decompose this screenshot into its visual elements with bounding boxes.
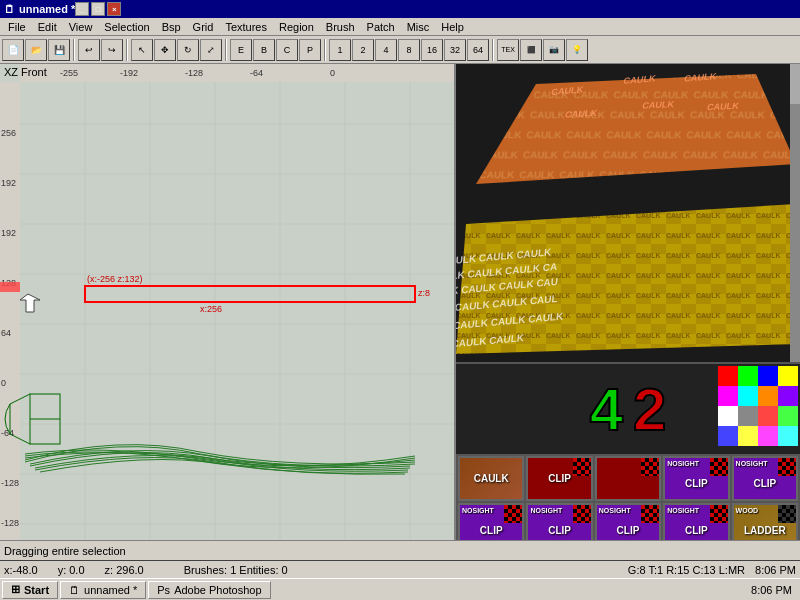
toolbar-save[interactable]: 💾 (48, 39, 70, 61)
toolbar-grid3[interactable]: 4 (375, 39, 397, 61)
svg-text:-192: -192 (120, 68, 138, 78)
toolbar-patch[interactable]: P (299, 39, 321, 61)
taskbar-app-radiant[interactable]: 🗒 unnamed * (60, 581, 146, 599)
nosight-label-3: NOSIGHT (462, 507, 494, 514)
menu-misc[interactable]: Misc (401, 20, 436, 34)
svg-rect-31 (0, 282, 20, 292)
ladder-label: LADDER (744, 525, 786, 536)
grid-info: G:8 T:1 R:15 C:13 L:MR (628, 564, 745, 576)
toolbar-light[interactable]: 💡 (566, 39, 588, 61)
toolbar-move[interactable]: ✥ (154, 39, 176, 61)
coord-y: y: 0.0 (58, 564, 85, 576)
menu-grid[interactable]: Grid (187, 20, 220, 34)
maximize-button[interactable]: □ (91, 2, 105, 16)
start-button[interactable]: ⊞ Start (2, 581, 58, 599)
photoshop-label: Adobe Photoshop (174, 584, 261, 596)
nosight-label-2: NOSIGHT (736, 460, 768, 467)
titlebar-controls: _ □ × (75, 2, 121, 16)
svg-rect-32 (85, 286, 415, 302)
menu-brush[interactable]: Brush (320, 20, 361, 34)
toolbar-scale[interactable]: ⤢ (200, 39, 222, 61)
svg-text:192: 192 (1, 178, 16, 188)
svg-rect-1 (0, 82, 20, 540)
clip-checker-1 (573, 458, 591, 476)
svg-text:CAULK: CAULK (641, 99, 675, 110)
toolbar-clip[interactable]: C (276, 39, 298, 61)
nosight-checker-3 (504, 505, 522, 523)
svg-text:0: 0 (1, 378, 6, 388)
nosight-clip-label-2: CLIP (753, 478, 776, 489)
toolbar-redo[interactable]: ↪ (101, 39, 123, 61)
svg-text:-128: -128 (1, 478, 19, 488)
toolbar-sep3 (225, 39, 227, 61)
texture-clip-2[interactable] (595, 456, 661, 501)
texture-number-4: 4 (590, 375, 623, 444)
taskbar-app-photoshop[interactable]: Ps Adobe Photoshop (148, 581, 270, 599)
menu-patch[interactable]: Patch (361, 20, 401, 34)
minimize-button[interactable]: _ (75, 2, 89, 16)
nosight-clip-label-3: CLIP (480, 525, 503, 536)
coord-x: x:-48.0 (4, 564, 38, 576)
toolbar-grid6[interactable]: 32 (444, 39, 466, 61)
menu-region[interactable]: Region (273, 20, 320, 34)
toolbar-rotate[interactable]: ↻ (177, 39, 199, 61)
menu-selection[interactable]: Selection (98, 20, 155, 34)
menu-edit[interactable]: Edit (32, 20, 63, 34)
color-white (718, 406, 738, 426)
svg-rect-63 (790, 64, 800, 364)
texture-nosight-clip-1[interactable]: NOSIGHT CLIP (663, 456, 729, 501)
svg-text:x:256: x:256 (200, 304, 222, 314)
clock-display: 8:06 PM (755, 564, 796, 576)
toolbar-grid5[interactable]: 16 (421, 39, 443, 61)
toolbar-grid4[interactable]: 8 (398, 39, 420, 61)
color-red (718, 366, 738, 386)
toolbar-grid7[interactable]: 64 (467, 39, 489, 61)
toolbar-select[interactable]: ↖ (131, 39, 153, 61)
toolbar-undo[interactable]: ↩ (78, 39, 100, 61)
toolbar-open[interactable]: 📂 (25, 39, 47, 61)
grid-svg[interactable]: -255 -192 -128 -64 0 (0, 64, 454, 540)
color-purple (778, 386, 798, 406)
color-light-blue (718, 426, 738, 446)
toolbar-grid1[interactable]: 1 (329, 39, 351, 61)
texture-nosight-clip-2[interactable]: NOSIGHT CLIP (732, 456, 798, 501)
color-light-red (758, 406, 778, 426)
caulk-label: CAULK (474, 473, 509, 484)
taskbar: ⊞ Start 🗒 unnamed * Ps Adobe Photoshop 8… (0, 578, 800, 600)
titlebar-title: unnamed * (19, 3, 75, 15)
color-gray (738, 406, 758, 426)
nosight-label-5: NOSIGHT (599, 507, 631, 514)
menu-textures[interactable]: Textures (219, 20, 273, 34)
menu-file[interactable]: File (2, 20, 32, 34)
texture-nosight-clip-4[interactable]: NOSIGHT CLIP (526, 503, 592, 540)
menu-bsp[interactable]: Bsp (156, 20, 187, 34)
taskbar-clock: 8:06 PM (745, 584, 798, 596)
svg-text:256: 256 (1, 128, 16, 138)
texture-clip-1[interactable]: CLIP (526, 456, 592, 501)
toolbar-tex2[interactable]: ⬛ (520, 39, 542, 61)
toolbar-grid2[interactable]: 2 (352, 39, 374, 61)
toolbar-cam[interactable]: 📷 (543, 39, 565, 61)
toolbar-tex1[interactable]: TEX (497, 39, 519, 61)
toolbar-sep4 (324, 39, 326, 61)
3d-viewport[interactable]: CAULK CAULK CAULK CAULK CAULK (456, 64, 800, 364)
color-green (738, 366, 758, 386)
radiant-label: unnamed * (84, 584, 137, 596)
texture-nosight-clip-6[interactable]: NOSIGHT CLIP (663, 503, 729, 540)
close-button[interactable]: × (107, 2, 121, 16)
texture-nosight-clip-5[interactable]: NOSIGHT CLIP (595, 503, 661, 540)
svg-text:CAULK: CAULK (706, 101, 740, 112)
svg-text:(x:-256 z:132): (x:-256 z:132) (87, 274, 143, 284)
texture-nosight-clip-3[interactable]: NOSIGHT CLIP (458, 503, 524, 540)
toolbar-brush[interactable]: B (253, 39, 275, 61)
texture-buttons-grid: CAULK CLIP NOSIGHT CLIP NOSIGHT CL (456, 454, 800, 540)
texture-wood-ladder[interactable]: WOOD LADDER (732, 503, 798, 540)
menu-view[interactable]: View (63, 20, 99, 34)
toolbar-new[interactable]: 📄 (2, 39, 24, 61)
wood-checker (778, 505, 796, 523)
xz-front-panel: XZ Front -255 -192 -128 -64 0 (0, 64, 456, 540)
menubar: File Edit View Selection Bsp Grid Textur… (0, 18, 800, 36)
texture-caulk[interactable]: CAULK (458, 456, 524, 501)
toolbar-entity[interactable]: E (230, 39, 252, 61)
menu-help[interactable]: Help (435, 20, 470, 34)
